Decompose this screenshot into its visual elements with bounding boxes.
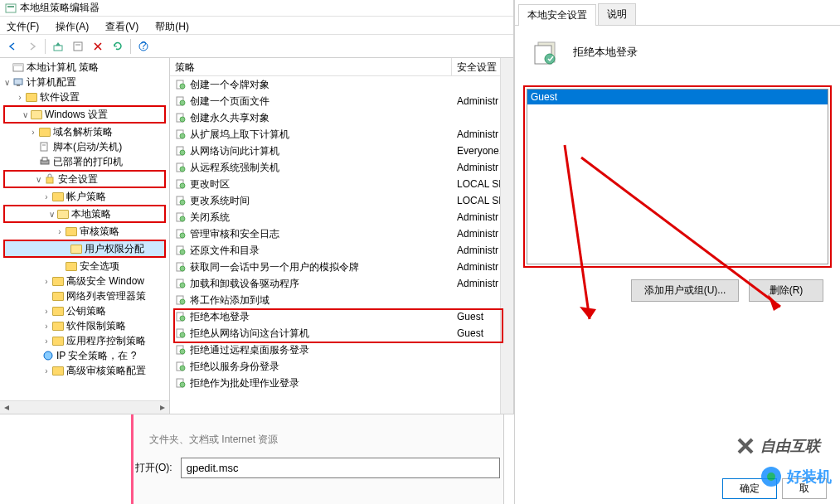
tree-security-options[interactable]: 安全选项: [0, 259, 169, 274]
policy-row[interactable]: 更改时区LOCAL SE: [170, 176, 513, 192]
refresh-button[interactable]: [109, 37, 127, 56]
tree-software-settings[interactable]: ›软件设置: [0, 90, 169, 104]
menu-view[interactable]: 查看(V): [102, 18, 142, 32]
policy-row[interactable]: 拒绝本地登录Guest: [170, 308, 513, 325]
menu-help[interactable]: 帮助(H): [152, 18, 192, 32]
watermark-1: 自由互联: [734, 434, 820, 458]
up-button[interactable]: [49, 37, 67, 56]
policy-row[interactable]: 获取同一会话中另一个用户的模拟令牌Administr: [170, 259, 513, 275]
tree-windows-settings[interactable]: ∨Windows 设置: [5, 107, 164, 122]
back-button[interactable]: [3, 37, 22, 56]
policy-row[interactable]: 拒绝通过远程桌面服务登录: [170, 342, 513, 358]
menu-file[interactable]: 文件(F): [3, 18, 42, 32]
tree-root[interactable]: 本地计算机 策略: [0, 60, 169, 75]
policy-title: 拒绝本地登录: [573, 45, 638, 60]
run-input[interactable]: [181, 458, 500, 478]
svg-point-32: [180, 200, 185, 205]
tab-local-security[interactable]: 本地安全设置: [518, 4, 596, 26]
tree-scripts[interactable]: 脚本(启动/关机): [0, 139, 169, 154]
policy-item-icon: [175, 162, 187, 173]
policy-name: 拒绝从网络访问这台计算机: [190, 327, 309, 341]
tree-audit-policy[interactable]: ›审核策略: [0, 224, 169, 239]
svg-rect-14: [42, 158, 47, 161]
title-bar: 本地组策略编辑器: [0, 0, 513, 17]
svg-marker-61: [580, 307, 596, 319]
user-list-box: Guest: [523, 85, 832, 268]
svg-rect-8: [13, 64, 23, 66]
tab-explain[interactable]: 说明: [598, 3, 636, 25]
policy-name: 获取同一会话中另一个用户的模拟令牌: [190, 260, 359, 274]
policy-row[interactable]: 创建永久共享对象: [170, 109, 513, 126]
policy-row[interactable]: 拒绝作为批处理作业登录: [170, 375, 513, 391]
policy-item-icon: [175, 377, 187, 389]
tree-computer-config[interactable]: ∨计算机配置: [0, 75, 169, 90]
policy-name: 拒绝作为批处理作业登录: [190, 376, 299, 390]
run-box: 打开(O):: [135, 458, 500, 478]
forward-button[interactable]: [23, 37, 41, 56]
policy-row[interactable]: 创建一个页面文件Administr: [170, 93, 513, 109]
tree-name-resolution[interactable]: ›域名解析策略: [0, 124, 169, 139]
svg-point-40: [180, 266, 185, 271]
tree-account-policies[interactable]: ›帐户策略: [0, 189, 169, 204]
policy-list: 创建一个令牌对象创建一个页面文件Administr创建永久共享对象从扩展坞上取下…: [170, 76, 513, 414]
svg-point-63: [767, 472, 775, 481]
policy-item-icon: [175, 245, 187, 256]
tree-local-policies[interactable]: ∨本地策略: [5, 206, 164, 221]
svg-point-22: [180, 117, 185, 122]
policy-row[interactable]: 拒绝以服务身份登录: [170, 358, 513, 375]
policy-row[interactable]: 从远程系统强制关机Administr: [170, 159, 513, 176]
policy-name: 加载和卸载设备驱动程序: [190, 277, 299, 291]
col-policy[interactable]: 策略: [170, 58, 452, 75]
policy-row[interactable]: 将工作站添加到域: [170, 292, 513, 308]
policy-row[interactable]: 从扩展坞上取下计算机Administr: [170, 126, 513, 143]
policy-name: 拒绝通过远程桌面服务登录: [190, 343, 309, 357]
policy-item-icon: [175, 261, 187, 273]
svg-rect-1: [7, 6, 14, 7]
policy-row[interactable]: 加载和卸载设备驱动程序Administr: [170, 275, 513, 292]
svg-rect-10: [17, 85, 20, 86]
tree-software-restrict[interactable]: ›软件限制策略: [0, 318, 169, 333]
tree-security-settings[interactable]: ∨安全设置: [5, 172, 164, 187]
tree-public-key[interactable]: ›公钥策略: [0, 303, 169, 318]
policy-item-icon: [175, 294, 187, 306]
tree-h-scrollbar[interactable]: ◂▸: [0, 400, 169, 414]
tree-network-list[interactable]: 网络列表管理器策: [0, 288, 169, 303]
tree-adv-firewall[interactable]: ›高级安全 Window: [0, 274, 169, 288]
svg-point-30: [180, 183, 185, 188]
policy-header: 拒绝本地登录: [515, 26, 840, 79]
policy-item-icon: [175, 145, 187, 157]
watermark-2: 好装机: [759, 464, 832, 489]
policy-row[interactable]: 关闭系统Administr: [170, 209, 513, 225]
policy-name: 创建一个页面文件: [190, 94, 269, 109]
properties-pane: 本地安全设置 说明 拒绝本地登录 Guest 添加用户或组(U)... 删除(R…: [514, 0, 840, 504]
policy-name: 从扩展坞上取下计算机: [190, 128, 289, 142]
props-button[interactable]: [69, 37, 87, 56]
window-title: 本地组策略编辑器: [20, 1, 100, 15]
tree-app-control[interactable]: ›应用程序控制策略: [0, 333, 169, 348]
policy-row[interactable]: 管理审核和安全日志Administr: [170, 225, 513, 242]
run-hint: 文件夹、文档或 Internet 资源: [149, 433, 278, 447]
bottom-fragment: 文件夹、文档或 Internet 资源 打开(O):: [0, 414, 514, 504]
help-button[interactable]: ?: [134, 37, 153, 56]
policy-row[interactable]: 还原文件和目录Administr: [170, 242, 513, 259]
run-label: 打开(O):: [135, 461, 172, 475]
remove-button[interactable]: 删除(R): [749, 279, 823, 302]
tree-ip-security[interactable]: IP 安全策略，在 ?: [0, 348, 169, 363]
policy-item-icon: [175, 278, 187, 289]
list-v-scrollbar[interactable]: [500, 58, 513, 414]
policy-row[interactable]: 拒绝从网络访问这台计算机Guest: [170, 325, 513, 342]
policy-row[interactable]: 从网络访问此计算机Everyone,: [170, 143, 513, 159]
delete-button[interactable]: [89, 37, 107, 56]
add-user-button[interactable]: 添加用户或组(U)...: [631, 279, 739, 302]
policy-row[interactable]: 创建一个令牌对象: [170, 76, 513, 93]
svg-point-48: [180, 332, 185, 337]
tree-printers[interactable]: 已部署的打印机: [0, 154, 169, 169]
list-header: 策略 安全设置: [170, 58, 513, 76]
menu-action[interactable]: 操作(A): [52, 18, 92, 32]
policy-name: 拒绝本地登录: [190, 310, 250, 324]
tree-adv-audit[interactable]: ›高级审核策略配置: [0, 363, 169, 378]
svg-point-18: [180, 84, 185, 89]
policy-row[interactable]: 更改系统时间LOCAL SE: [170, 192, 513, 209]
tree-user-rights[interactable]: 用户权限分配: [5, 241, 164, 256]
user-list-item[interactable]: Guest: [527, 90, 828, 104]
